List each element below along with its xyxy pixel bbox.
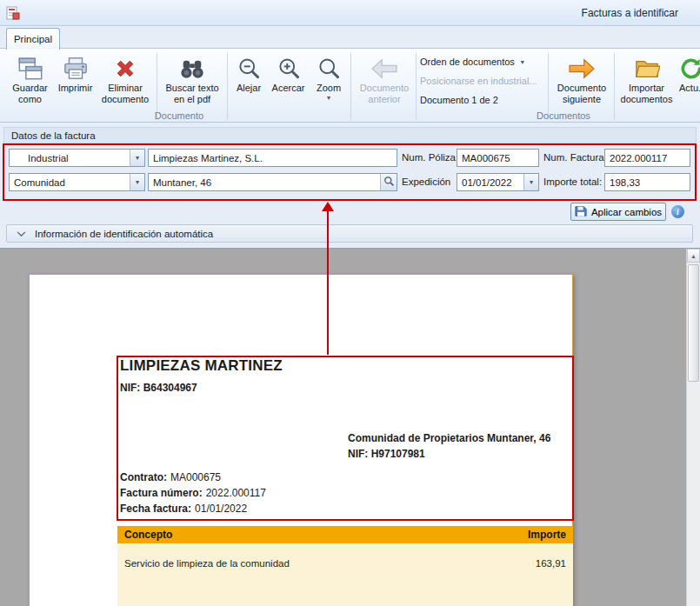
address-search-button[interactable] xyxy=(380,174,397,190)
print-label: Imprimir xyxy=(58,83,93,94)
invoice-date-value: 01/01/2022 xyxy=(195,503,247,515)
num-factura-field[interactable]: 2022.000117 xyxy=(604,149,690,167)
industrial-name-value: Limpiezas Martinez, S.L. xyxy=(149,153,397,163)
invoice-date-line: Fecha factura:01/01/2022 xyxy=(120,503,247,515)
info-icon[interactable]: i xyxy=(671,205,684,218)
comunidad-address-value: Muntaner, 46 xyxy=(149,177,380,188)
refresh-button[interactable]: Actu... xyxy=(677,51,700,110)
next-document-button[interactable]: Documento siguiente xyxy=(551,51,612,110)
invoice-company-nif: NIF: B64304967 xyxy=(120,382,197,394)
invoice-date-label: Fecha factura: xyxy=(120,503,191,515)
importe-total-field[interactable]: 198,33 xyxy=(604,173,690,191)
refresh-icon xyxy=(679,54,700,83)
industrial-combo-dropdown[interactable]: ▾ xyxy=(130,150,144,166)
invoice-client-nif: NIF: H97107981 xyxy=(348,448,425,460)
invoice-col-concepto: Concepto xyxy=(124,529,172,541)
comunidad-address-field[interactable]: Muntaner, 46 xyxy=(148,173,397,191)
section-datos-label: Datos de la factura xyxy=(11,130,96,141)
invoice-company-name: LIMPIEZAS MARTINEZ xyxy=(120,357,283,375)
zoom-in-label: Acercar xyxy=(272,83,305,94)
tab-principal[interactable]: Principal xyxy=(6,28,60,50)
position-document-button[interactable]: Posicionarse en industrial... xyxy=(420,73,537,89)
delete-document-button[interactable]: Eliminar documento xyxy=(96,51,155,110)
zoom-out-button[interactable]: Alejar xyxy=(230,51,267,110)
invoice-table-row: Servicio de limpieza de la comunidad 163… xyxy=(117,543,573,606)
document-counter: Documento 1 de 2 xyxy=(420,92,537,108)
comunidad-combo-value: Comunidad xyxy=(10,177,130,188)
scroll-up-icon: ▲ xyxy=(690,253,697,259)
search-pdf-button[interactable]: Buscar texto en el pdf xyxy=(160,51,224,110)
auto-identification-label: Información de identificación automática xyxy=(35,229,213,239)
invoice-table: Concepto Importe Servicio de limpieza de… xyxy=(117,526,573,606)
industrial-combo-value: Industrial xyxy=(10,153,130,163)
invoice-contract-value: MA000675 xyxy=(170,471,221,483)
comunidad-combo[interactable]: Comunidad ▾ xyxy=(9,173,145,191)
dropdown-arrow-icon: ▾ xyxy=(136,154,139,162)
zoom-icon xyxy=(317,54,341,83)
ribbon-group-documentos: Documentos xyxy=(522,110,605,122)
zoom-in-button[interactable]: Acercar xyxy=(269,51,308,110)
vertical-scrollbar[interactable]: ▲ xyxy=(686,249,700,606)
num-poliza-label: Num. Póliza: xyxy=(402,149,458,167)
document-counter-label: Documento 1 de 2 xyxy=(420,95,498,105)
zoom-out-label: Alejar xyxy=(237,83,261,94)
invoice-number-value: 2022.000117 xyxy=(206,487,266,499)
document-viewer: LIMPIEZAS MARTINEZ NIF: B64304967 Comuni… xyxy=(0,248,700,606)
zoom-button[interactable]: Zoom ▾ xyxy=(310,51,348,110)
num-poliza-value: MA000675 xyxy=(457,153,538,163)
titlebar: Facturas a identificar xyxy=(0,0,700,26)
num-poliza-field[interactable]: MA000675 xyxy=(457,149,539,167)
refresh-label: Actu... xyxy=(679,83,700,94)
ribbon-group-documento: Documento xyxy=(137,110,221,122)
arrow-left-icon xyxy=(370,54,399,83)
print-button[interactable]: Imprimir xyxy=(57,51,94,110)
invoice-table-header: Concepto Importe xyxy=(117,526,573,543)
invoice-contract-label: Contrato: xyxy=(120,471,167,483)
position-document-label: Posicionarse en industrial... xyxy=(420,76,537,86)
invoice-number-line: Factura número:2022.000117 xyxy=(120,487,266,499)
invoice-client-name: Comunidad de Propietarios Muntaner, 46 xyxy=(348,432,550,444)
expedicion-date-combo[interactable]: 01/01/2022 ▾ xyxy=(457,173,539,191)
info-glyph: i xyxy=(677,207,679,216)
printer-icon xyxy=(63,54,89,83)
scrollbar-thumb[interactable] xyxy=(688,264,699,382)
industrial-name-field[interactable]: Limpiezas Martinez, S.L. xyxy=(148,149,397,167)
zoom-in-icon xyxy=(277,54,301,83)
search-pdf-label: Buscar texto en el pdf xyxy=(160,83,224,105)
save-small-icon xyxy=(575,205,587,219)
scroll-up-button[interactable]: ▲ xyxy=(687,249,700,263)
zoom-out-icon xyxy=(237,54,261,83)
import-documents-label: Importar documentos xyxy=(617,83,676,105)
save-as-icon xyxy=(17,54,43,83)
order-documents-dropdown[interactable]: Orden de documentos ▾ xyxy=(420,54,537,70)
application-window: Facturas a identificar Principal Guardar… xyxy=(0,0,700,606)
ribbon-separator xyxy=(416,53,417,120)
ribbon-separator xyxy=(350,53,351,120)
save-as-button[interactable]: Guardar como xyxy=(5,51,55,110)
expedicion-date-value: 01/01/2022 xyxy=(457,177,523,188)
industrial-combo[interactable]: Industrial ▾ xyxy=(9,149,145,167)
pdf-page: LIMPIEZAS MARTINEZ NIF: B64304967 Comuni… xyxy=(29,274,573,606)
search-icon xyxy=(383,176,395,189)
ribbon-separator xyxy=(227,53,228,120)
invoice-col-importe: Importe xyxy=(528,529,566,541)
previous-document-label: Documento anterior xyxy=(354,83,415,105)
window-title: Facturas a identificar xyxy=(582,7,678,19)
comunidad-combo-dropdown[interactable]: ▾ xyxy=(130,174,144,190)
zoom-label: Zoom xyxy=(317,83,341,94)
arrow-right-icon xyxy=(567,54,597,83)
dropdown-arrow-icon: ▾ xyxy=(327,95,330,102)
apply-changes-label: Aplicar cambios xyxy=(591,207,662,217)
ribbon-separator xyxy=(614,53,615,120)
expedicion-date-dropdown[interactable]: ▾ xyxy=(523,174,538,190)
chevron-down-icon xyxy=(17,229,26,239)
apply-changes-button[interactable]: Aplicar cambios xyxy=(570,203,666,221)
importe-total-value: 198,33 xyxy=(605,177,690,188)
previous-document-button[interactable]: Documento anterior xyxy=(354,51,415,110)
auto-identification-panel[interactable]: Información de identificación automática xyxy=(6,224,693,243)
binoculars-icon xyxy=(179,54,205,83)
dropdown-arrow-icon: ▾ xyxy=(521,58,524,66)
import-documents-button[interactable]: Importar documentos xyxy=(617,51,676,110)
document-options-stack: Orden de documentos ▾ Posicionarse en in… xyxy=(420,54,537,111)
dropdown-arrow-icon: ▾ xyxy=(530,178,533,186)
